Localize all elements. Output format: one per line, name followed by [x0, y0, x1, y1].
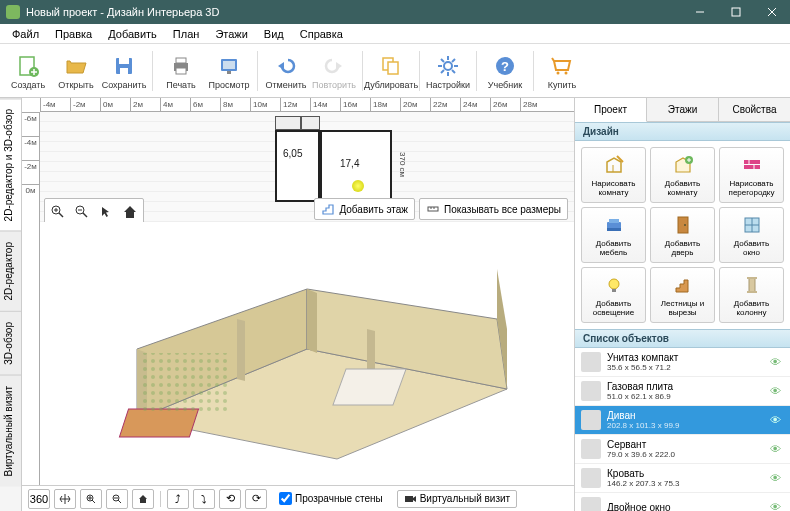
visibility-icon[interactable]: 👁 — [770, 385, 784, 397]
undo-label: Отменить — [265, 80, 306, 90]
object-item-0[interactable]: Унитаз компакт35.6 x 56.5 x 71.2👁 — [575, 348, 790, 377]
rotate-right-button[interactable]: ⟳ — [245, 489, 267, 509]
object-item-3[interactable]: Сервант79.0 x 39.6 x 222.0👁 — [575, 435, 790, 464]
object-dim: 51.0 x 62.1 x 86.9 — [607, 392, 764, 401]
add-room-button[interactable]: Добавить комнату — [650, 147, 715, 203]
tilt-up-button[interactable]: ⤴ — [167, 489, 189, 509]
room-aux-2[interactable] — [301, 116, 320, 130]
print-button[interactable]: Печать — [157, 50, 205, 92]
object-name: Диван — [607, 410, 764, 421]
sidetab-0[interactable]: 2D-редактор и 3D-обзор — [0, 98, 21, 231]
room-1[interactable]: 6,05 — [275, 130, 320, 202]
show-dims-button[interactable]: Показывать все размеры — [419, 198, 568, 220]
visibility-icon[interactable]: 👁 — [770, 472, 784, 484]
svg-rect-84 — [747, 277, 757, 279]
create-button[interactable]: Создать — [4, 50, 52, 92]
menu-Этажи[interactable]: Этажи — [207, 26, 255, 42]
rtab-Проект[interactable]: Проект — [575, 98, 647, 122]
svg-rect-53 — [119, 409, 198, 437]
menu-Вид[interactable]: Вид — [256, 26, 292, 42]
open-icon — [62, 52, 90, 80]
zoom-out-button[interactable] — [71, 201, 93, 223]
svg-line-57 — [92, 500, 95, 503]
add-door-icon — [671, 213, 695, 237]
camera-icon — [404, 493, 416, 505]
zoom-3d-in-button[interactable] — [80, 489, 102, 509]
virtual-visit-button[interactable]: Виртуальный визит — [397, 490, 518, 508]
close-button[interactable] — [754, 0, 790, 24]
buy-icon — [548, 52, 576, 80]
menubar: ФайлПравкаДобавитьПланЭтажиВидСправка — [0, 24, 790, 44]
object-list[interactable]: Унитаз компакт35.6 x 56.5 x 71.2👁Газовая… — [575, 348, 790, 511]
rotate-left-button[interactable]: ⟲ — [219, 489, 241, 509]
add-column-button[interactable]: Добавить колонну — [719, 267, 784, 323]
pointer-button[interactable] — [95, 201, 117, 223]
ruler-tick: 14м — [310, 98, 340, 111]
menu-Файл[interactable]: Файл — [4, 26, 47, 42]
open-button[interactable]: Открыть — [52, 50, 100, 92]
rtab-Этажи[interactable]: Этажи — [647, 98, 719, 121]
menu-Правка[interactable]: Правка — [47, 26, 100, 42]
object-dim: 79.0 x 39.6 x 222.0 — [607, 450, 764, 459]
visibility-icon[interactable]: 👁 — [770, 356, 784, 368]
light-marker[interactable] — [352, 180, 364, 192]
object-item-2[interactable]: Диван202.8 x 101.3 x 99.9👁 — [575, 406, 790, 435]
maximize-button[interactable] — [718, 0, 754, 24]
object-item-5[interactable]: Двойное окно👁 — [575, 493, 790, 511]
draw-wall-button[interactable]: Нарисовать перегородку — [719, 147, 784, 203]
pan-button[interactable] — [54, 489, 76, 509]
sidetab-3[interactable]: Виртуальный визит — [0, 375, 21, 487]
duplicate-button[interactable]: Дублировать — [367, 50, 415, 92]
object-name: Сервант — [607, 439, 764, 450]
svg-rect-75 — [609, 219, 619, 223]
room-2[interactable]: 17,4 — [320, 130, 392, 202]
svg-rect-52 — [333, 369, 406, 405]
svg-rect-1 — [732, 8, 740, 16]
preview-button[interactable]: Просмотр — [205, 50, 253, 92]
add-light-button[interactable]: Добавить освещение — [581, 267, 646, 323]
object-item-1[interactable]: Газовая плита51.0 x 62.1 x 86.9👁 — [575, 377, 790, 406]
preview-icon — [215, 52, 243, 80]
ruler-tick: 2м — [130, 98, 160, 111]
transparent-walls-checkbox[interactable]: Прозрачные стены — [279, 492, 383, 505]
save-label: Сохранить — [102, 80, 147, 90]
transparent-walls-input[interactable] — [279, 492, 292, 505]
object-item-4[interactable]: Кровать146.2 x 207.3 x 75.3👁 — [575, 464, 790, 493]
rotate-360-button[interactable]: 360 — [28, 489, 50, 509]
buy-button[interactable]: Купить — [538, 50, 586, 92]
sidetab-1[interactable]: 2D-редактор — [0, 231, 21, 311]
tutorial-button[interactable]: ?Учебник — [481, 50, 529, 92]
minimize-button[interactable] — [682, 0, 718, 24]
add-stairs-button[interactable]: Лестницы и вырезы — [650, 267, 715, 323]
save-icon — [110, 52, 138, 80]
menu-Добавить[interactable]: Добавить — [100, 26, 165, 42]
add-window-icon — [740, 213, 764, 237]
add-window-button[interactable]: Добавить окно — [719, 207, 784, 263]
visibility-icon[interactable]: 👁 — [770, 414, 784, 426]
canvas[interactable]: -4м-2м0м2м4м6м8м10м12м14м16м18м20м22м24м… — [22, 98, 574, 511]
home-3d-button[interactable] — [132, 489, 154, 509]
object-thumb — [581, 497, 601, 511]
home-button[interactable] — [119, 201, 141, 223]
save-button[interactable]: Сохранить — [100, 50, 148, 92]
menu-Справка[interactable]: Справка — [292, 26, 351, 42]
tilt-down-button[interactable]: ⤵ — [193, 489, 215, 509]
add-door-button[interactable]: Добавить дверь — [650, 207, 715, 263]
zoom-3d-out-button[interactable] — [106, 489, 128, 509]
redo-icon — [320, 52, 348, 80]
add-furniture-button[interactable]: Добавить мебель — [581, 207, 646, 263]
visibility-icon[interactable]: 👁 — [770, 443, 784, 455]
add-floor-button[interactable]: Добавить этаж — [314, 198, 415, 220]
undo-button[interactable]: Отменить — [262, 50, 310, 92]
svg-line-61 — [118, 500, 121, 503]
draw-room-button[interactable]: Нарисовать комнату — [581, 147, 646, 203]
visibility-icon[interactable]: 👁 — [770, 501, 784, 511]
zoom-in-button[interactable] — [47, 201, 69, 223]
settings-button[interactable]: Настройки — [424, 50, 472, 92]
sidetab-2[interactable]: 3D-обзор — [0, 311, 21, 375]
menu-План[interactable]: План — [165, 26, 208, 42]
room-aux-1[interactable] — [275, 116, 301, 130]
view-3d[interactable] — [40, 222, 574, 485]
rtab-Свойства[interactable]: Свойства — [719, 98, 790, 121]
create-icon — [14, 52, 42, 80]
